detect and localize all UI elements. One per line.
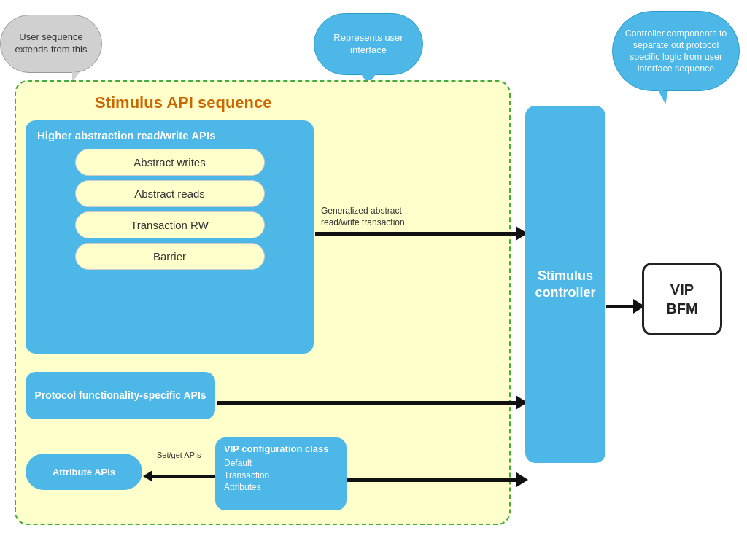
barrier-item: Barrier <box>75 243 265 270</box>
stimulus-title: Stimulus API sequence <box>95 93 271 112</box>
abstract-reads-item: Abstract reads <box>75 180 265 207</box>
user-sequence-bubble: User sequence extends from this <box>0 15 102 73</box>
stimulus-controller-box: Stimulus controller <box>525 106 605 463</box>
vip-config-arrow <box>347 472 531 487</box>
vip-config-title: VIP configuration class <box>224 443 338 456</box>
attribute-apis-box: Attribute APIs <box>26 454 142 490</box>
protocol-arrow <box>217 395 530 410</box>
protocol-box: Protocol functionality-specific APIs <box>26 372 215 419</box>
setget-arrow-left-head <box>143 470 152 482</box>
higher-abstraction-box: Higher abstraction read/write APIs Abstr… <box>26 120 314 354</box>
vip-config-box: VIP configuration class Default Transact… <box>215 438 347 510</box>
generalized-arrow-label: Generalized abstract read/write transact… <box>321 206 438 228</box>
vip-bfm-box: VIP BFM <box>642 262 722 335</box>
user-interface-bubble: Represents user interface <box>314 13 423 75</box>
higher-abs-title: Higher abstraction read/write APIs <box>37 129 305 141</box>
stimulus-controller-label: Stimulus controller <box>535 268 595 302</box>
transaction-rw-item: Transaction RW <box>75 211 265 238</box>
vip-bfm-label: VIP BFM <box>666 280 697 318</box>
abstract-writes-item: Abstract writes <box>75 149 265 176</box>
vip-config-subtitle: Default Transaction Attributes <box>224 457 338 494</box>
controller-components-bubble: Controller components to separate out pr… <box>612 11 740 91</box>
diagram-container: User sequence extends from this Represen… <box>0 0 747 560</box>
vip-config-arrow-head <box>516 472 528 487</box>
setget-label: Set/get APIs <box>157 451 201 459</box>
